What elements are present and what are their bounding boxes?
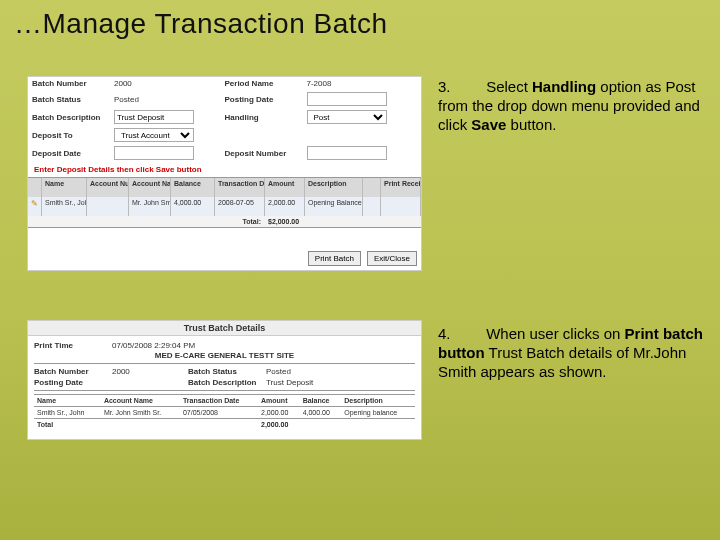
col-account-name: Account Name	[129, 178, 171, 197]
col-check-all[interactable]	[363, 178, 381, 197]
details-table: Name Account Name Transaction Date Amoun…	[34, 394, 415, 430]
total-label: Total	[34, 419, 101, 431]
transactions-grid: Name Account Number Account Name Balance…	[28, 177, 421, 228]
cell-account-name: Mr. John Smith Sr.	[129, 197, 171, 216]
label-batch-status: Batch Status	[188, 367, 260, 376]
value-posting-date	[112, 378, 182, 387]
batch-description-input[interactable]	[114, 110, 194, 124]
label-posting-date: Posting Date	[225, 95, 303, 104]
site-name: MED E-CARE GENERAL TESTT SITE	[34, 351, 415, 360]
screenshot-trust-batch-details: Trust Batch Details Print Time07/05/2008…	[27, 320, 422, 440]
label-deposit-number: Deposit Number	[225, 149, 303, 158]
th-name: Name	[34, 395, 101, 407]
grid-data-row[interactable]: ✎ Smith Sr., John Mr. John Smith Sr. 4,0…	[28, 197, 421, 216]
slide-title: …Manage Transaction Batch	[14, 8, 388, 40]
value-period-name: 7-2008	[307, 79, 332, 88]
value-batch-status: Posted	[114, 95, 139, 104]
deposit-number-input[interactable]	[307, 146, 387, 160]
td-balance: 4,000.00	[300, 407, 342, 419]
th-description: Description	[341, 395, 415, 407]
label-posting-date: Posting Date	[34, 378, 106, 387]
cell-transaction-date: 2008-07-05	[215, 197, 265, 216]
step-number: 3.	[438, 78, 458, 97]
screenshot-batch-form: Batch Number2000 Period Name7-2008 Batch…	[27, 76, 422, 271]
deposit-to-select[interactable]: Trust Account	[114, 128, 194, 142]
value-batch-status: Posted	[266, 367, 336, 376]
value-print-time: 07/05/2008 2:29:04 PM	[112, 341, 195, 350]
th-account: Account Name	[101, 395, 180, 407]
th-balance: Balance	[300, 395, 342, 407]
exit-close-button[interactable]: Exit/Close	[367, 251, 417, 266]
label-batch-description: Batch Description	[32, 113, 110, 122]
window-title: Trust Batch Details	[28, 321, 421, 336]
col-name: Name	[42, 178, 87, 197]
grid-header-row: Name Account Number Account Name Balance…	[28, 178, 421, 197]
td-description: Opening balance	[341, 407, 415, 419]
instruction-step-3: 3. Select Handling option as Post from t…	[438, 78, 703, 134]
col-balance: Balance	[171, 178, 215, 197]
print-batch-button[interactable]: Print Batch	[308, 251, 361, 266]
cell-balance: 4,000.00	[171, 197, 215, 216]
value-batch-number: 2000	[112, 367, 182, 376]
td-date: 07/05/2008	[180, 407, 258, 419]
col-amount: Amount	[265, 178, 305, 197]
label-deposit-date: Deposit Date	[32, 149, 110, 158]
handling-select[interactable]: Post	[307, 110, 387, 124]
table-total-row: Total 2,000.00	[34, 419, 415, 431]
deposit-date-input[interactable]	[114, 146, 194, 160]
label-handling: Handling	[225, 113, 303, 122]
td-name: Smith Sr., John	[34, 407, 101, 419]
label-batch-number: Batch Number	[34, 367, 106, 376]
cell-name: Smith Sr., John	[42, 197, 87, 216]
bold-save: Save	[471, 116, 506, 133]
value-batch-description: Trust Deposit	[266, 378, 336, 387]
td-amount: 2,000.00	[258, 407, 300, 419]
red-instruction: Enter Deposit Details then click Save bu…	[28, 162, 421, 177]
col-transaction-date: Transaction Date	[215, 178, 265, 197]
th-amount: Amount	[258, 395, 300, 407]
value-batch-number: 2000	[114, 79, 132, 88]
step-number: 4.	[438, 325, 458, 344]
label-batch-number: Batch Number	[32, 79, 110, 88]
table-row: Smith Sr., John Mr. John Smith Sr. 07/05…	[34, 407, 415, 419]
cell-receipt-checkbox[interactable]	[363, 197, 381, 216]
cell-description: Opening Balance	[305, 197, 363, 216]
col-account-number: Account Number	[87, 178, 129, 197]
total-amount: 2,000.00	[258, 419, 300, 431]
label-print-time: Print Time	[34, 341, 106, 350]
text: Select	[486, 78, 532, 95]
th-date: Transaction Date	[180, 395, 258, 407]
cell-account-number	[87, 197, 129, 216]
posting-date-input[interactable]	[307, 92, 387, 106]
col-print-receipt: Print Receipt	[381, 178, 421, 197]
td-account: Mr. John Smith Sr.	[101, 407, 180, 419]
label-batch-status: Batch Status	[32, 95, 110, 104]
edit-row-icon[interactable]: ✎	[31, 199, 38, 208]
label-batch-description: Batch Description	[188, 378, 260, 387]
grid-total-row: Total: $2,000.00	[28, 216, 421, 227]
cell-amount: 2,000.00	[265, 197, 305, 216]
label-period-name: Period Name	[225, 79, 303, 88]
instruction-step-4: 4. When user clicks on Print batch butto…	[438, 325, 703, 381]
bold-handling: Handling	[532, 78, 596, 95]
total-label: Total:	[28, 216, 265, 227]
text: When user clicks on	[486, 325, 624, 342]
text: button.	[506, 116, 556, 133]
table-header-row: Name Account Name Transaction Date Amoun…	[34, 395, 415, 407]
col-description: Description	[305, 178, 363, 197]
label-deposit-to: Deposit To	[32, 131, 110, 140]
total-value: $2,000.00	[265, 216, 315, 227]
